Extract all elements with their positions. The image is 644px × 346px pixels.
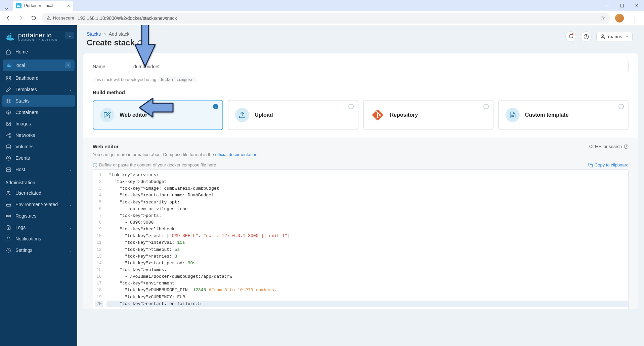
sidebar-label: Templates — [15, 87, 37, 92]
clock-icon — [5, 156, 11, 161]
page-title: Create stack — [87, 38, 143, 47]
url-text: 192.168.1.18:9000/#!/2/docker/stacks/new… — [78, 15, 177, 21]
svg-rect-13 — [6, 170, 11, 171]
security-badge[interactable]: Not secure — [46, 15, 74, 21]
url-field[interactable]: Not secure 192.168.1.18:9000/#!/2/docker… — [42, 13, 610, 24]
window-maximize-icon[interactable] — [614, 0, 629, 11]
sidebar-item-logs[interactable]: Logs ⌄ — [0, 222, 77, 233]
breadcrumb-link-stacks[interactable]: Stacks — [87, 31, 101, 37]
sidebar-item-env-related[interactable]: Environment-related ⌄ — [0, 199, 77, 210]
svg-rect-12 — [6, 167, 11, 169]
build-method-custom-template[interactable]: Custom template — [498, 100, 629, 130]
sidebar-item-host[interactable]: Host ⌄ — [0, 164, 77, 175]
sidebar-label: Volumes — [15, 144, 34, 149]
sidebar-item-containers[interactable]: Containers — [0, 107, 77, 118]
window-minimize-icon[interactable]: — — [600, 0, 614, 11]
environment-name: local — [15, 63, 25, 68]
compose-code-editor[interactable]: 1234567891011121314151617181920 "tok-key… — [93, 169, 629, 309]
svg-rect-1 — [6, 76, 8, 77]
method-label: Custom template — [525, 112, 569, 118]
svg-point-7 — [9, 133, 10, 134]
tab-close-icon[interactable]: × — [67, 3, 70, 8]
radio-unchecked-icon — [483, 104, 489, 109]
chevron-down-icon: ⌄ — [69, 167, 72, 172]
radio-icon — [5, 214, 11, 219]
nav-reload-icon[interactable] — [29, 13, 38, 23]
chevron-down-icon — [625, 35, 629, 39]
stack-name-input[interactable] — [129, 61, 629, 72]
sidebar-label: Images — [15, 121, 31, 126]
build-method-repository[interactable]: Repository — [363, 100, 493, 130]
tab-dropdown-icon[interactable] — [2, 7, 11, 11]
copy-to-clipboard-button[interactable]: Copy to clipboard — [588, 162, 629, 167]
grid-icon — [5, 76, 11, 81]
build-method-web-editor[interactable]: Web editor ✓ — [93, 100, 223, 130]
help-button[interactable] — [581, 31, 592, 42]
build-method-upload[interactable]: Upload — [228, 100, 358, 130]
radio-unchecked-icon — [618, 104, 624, 109]
editor-heading: Web editor — [93, 144, 119, 149]
sidebar-item-dashboard[interactable]: Dashboard — [0, 72, 77, 84]
docs-link[interactable]: official documentation — [215, 152, 257, 157]
nav-forward-icon — [16, 13, 26, 23]
browser-tab[interactable]: Portainer | local × — [13, 1, 73, 11]
username-label: marius — [608, 34, 622, 39]
name-label: Name — [93, 64, 129, 69]
build-method-heading: Build method — [93, 89, 629, 95]
layers-icon — [5, 99, 11, 104]
profile-avatar[interactable] — [615, 14, 624, 23]
sidebar-label: Containers — [15, 110, 38, 115]
sidebar-item-home[interactable]: Home — [0, 46, 77, 57]
user-menu-button[interactable]: marius — [596, 32, 633, 41]
svg-point-9 — [9, 136, 10, 138]
chevron-down-icon: ⌄ — [69, 202, 72, 207]
sidebar-item-volumes[interactable]: Volumes — [0, 141, 77, 152]
sidebar-item-templates[interactable]: Templates ⌄ — [0, 84, 77, 95]
chevron-down-icon: ⌄ — [69, 225, 72, 230]
file-text-icon — [5, 225, 11, 230]
sidebar-item-events[interactable]: Events — [0, 152, 77, 164]
help-icon[interactable] — [624, 144, 629, 149]
svg-rect-0 — [620, 4, 624, 7]
sidebar-label: Dashboard — [15, 75, 39, 81]
svg-rect-3 — [6, 78, 8, 80]
sidebar-label: Environment-related — [15, 202, 58, 207]
sidebar-label: Logs — [15, 225, 26, 230]
sidebar-item-settings[interactable]: Settings ⌄ — [0, 244, 77, 256]
search-hint: Ctrl+F for search — [589, 144, 629, 149]
sidebar-section-header: Administration — [0, 175, 77, 187]
svg-rect-4 — [9, 78, 10, 80]
environment-close-icon[interactable]: × — [65, 62, 71, 68]
sidebar-label: Settings — [15, 247, 33, 253]
sidebar-collapse-button[interactable]: « — [65, 32, 74, 39]
sidebar-item-registries[interactable]: Registries — [0, 210, 77, 222]
copy-icon — [588, 163, 593, 167]
upload-icon — [235, 108, 249, 122]
sidebar-logo: portainer.io COMMUNITY EDITION « — [0, 29, 77, 46]
svg-point-6 — [7, 122, 8, 123]
deploy-hint: This stack will be deployed using docker… — [93, 77, 629, 82]
nav-back-icon[interactable] — [3, 13, 13, 23]
svg-point-14 — [8, 216, 9, 217]
sidebar-label: Home — [15, 49, 28, 54]
bell-icon — [5, 236, 11, 241]
sidebar-label: Registries — [15, 213, 36, 219]
window-close-icon[interactable]: ✕ — [629, 0, 644, 11]
sidebar-label: Host — [15, 167, 25, 172]
portainer-logo-icon — [5, 31, 15, 41]
users-icon — [5, 191, 11, 196]
sidebar-item-stacks[interactable]: Stacks — [2, 95, 75, 107]
user-icon — [600, 34, 605, 39]
method-label: Web editor — [120, 112, 147, 118]
sidebar-environment-pill[interactable]: local × — [3, 60, 75, 71]
home-icon — [5, 49, 11, 54]
tab-title: Portainer | local — [24, 3, 53, 8]
sidebar-item-notifications[interactable]: Notifications — [0, 233, 77, 244]
sidebar-item-networks[interactable]: Networks — [0, 129, 77, 141]
browser-menu-icon[interactable]: ⋮ — [629, 14, 641, 22]
refresh-icon[interactable] — [137, 40, 143, 46]
bookmark-star-icon[interactable]: ☆ — [600, 15, 605, 21]
sidebar-item-user-related[interactable]: User-related ⌄ — [0, 187, 77, 199]
notifications-button[interactable] — [565, 31, 576, 42]
sidebar-item-images[interactable]: Images — [0, 118, 77, 129]
